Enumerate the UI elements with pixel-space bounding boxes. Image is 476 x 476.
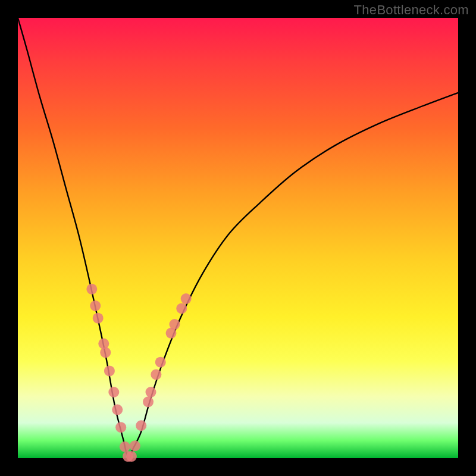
- highlight-dot: [145, 387, 156, 397]
- highlight-dot: [130, 440, 140, 451]
- highlight-dot: [115, 422, 126, 433]
- highlight-dot: [176, 303, 187, 314]
- highlight-dot: [100, 347, 111, 358]
- highlight-dot: [181, 293, 192, 304]
- highlight-dot: [86, 284, 97, 295]
- watermark-text: TheBottleneck.com: [354, 2, 469, 18]
- highlight-dot: [120, 441, 130, 452]
- highlight-dot: [93, 313, 104, 324]
- chart-stage: TheBottleneck.com: [0, 0, 476, 476]
- plot-area: [18, 18, 458, 458]
- highlight-dot: [151, 369, 161, 380]
- highlight-dot: [108, 387, 119, 397]
- highlight-dot: [98, 339, 109, 349]
- chart-svg: [18, 18, 458, 458]
- highlight-dot: [155, 357, 166, 368]
- highlight-dots: [86, 284, 191, 462]
- highlight-dot: [143, 396, 154, 407]
- highlight-dot: [136, 420, 146, 431]
- highlight-dot: [126, 451, 137, 462]
- bottleneck-curve: [18, 18, 458, 459]
- highlight-dot: [90, 300, 101, 311]
- highlight-dot: [112, 405, 123, 415]
- highlight-dot: [169, 319, 180, 330]
- highlight-dot: [104, 365, 115, 376]
